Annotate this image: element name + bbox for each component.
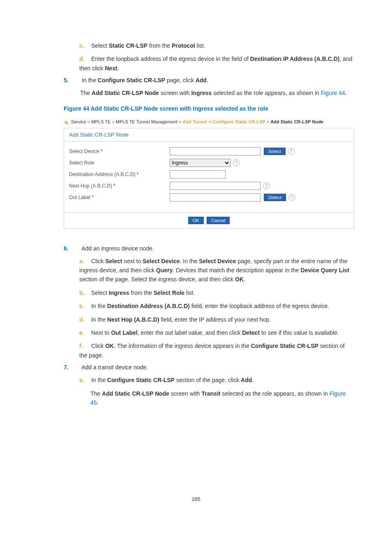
letter-d: d.: [79, 54, 90, 63]
select-button[interactable]: Select: [264, 148, 286, 155]
figure-caption: Figure 44 Add Static CR-LSP Node screen …: [64, 105, 353, 112]
row-out-label: Out Label * Detect ?: [69, 193, 349, 202]
letter-c: c.: [79, 41, 90, 50]
substep-d: d. Enter the loopback address of the egr…: [79, 54, 353, 73]
step-6: 6. Add an ingress device node.: [64, 245, 353, 252]
step-7: 7. Add a transit device node.: [64, 364, 353, 371]
num-6: 6.: [64, 245, 80, 252]
panel-title: Add Static CR-LSP Node: [64, 128, 354, 141]
select-device-input[interactable]: [170, 147, 261, 155]
panel-foot: OK Cancel: [64, 213, 354, 229]
out-label-input[interactable]: [170, 193, 261, 202]
row-dest-addr: Destination Address (A.B.C.D) *: [69, 170, 349, 178]
bc-add-tunnel[interactable]: Add Tunnel: [182, 119, 207, 124]
help-icon[interactable]: ?: [288, 148, 295, 155]
row-select-role: Select Role Ingress ?: [69, 159, 349, 167]
ok-button[interactable]: OK: [188, 217, 204, 224]
step7-a-cont: The Add Static CR-LSP Node screen with T…: [90, 389, 353, 408]
step6-f: f. Click OK. The information of the ingr…: [79, 341, 353, 360]
step6-e: e. Next to Out Label, enter the out labe…: [79, 328, 353, 337]
next-hop-input[interactable]: [170, 182, 261, 190]
step7-a: a. In the Configure Static CR-LSP sectio…: [79, 375, 353, 385]
screenshot-panel: Service > MPLS TE > MPLS TE Tunnel Manag…: [64, 119, 354, 229]
step6-b: b. Select Ingress from the Select Role l…: [79, 288, 353, 297]
num-7: 7.: [64, 364, 80, 371]
page-number: 165: [0, 496, 392, 502]
panel-body: Select Device * Select ? Select Role Ing…: [64, 141, 354, 213]
help-icon[interactable]: ?: [233, 160, 240, 166]
step6-c: c. In the Destination Address (A.B.C.D) …: [79, 301, 353, 311]
step6-d: d. In the Next Hop (A.B.C.D) field, ente…: [79, 315, 353, 324]
help-icon[interactable]: ?: [263, 183, 270, 189]
step-5: 5. In the Configure Static CR-LSP page, …: [64, 77, 353, 83]
figure-44-link[interactable]: Figure 44: [321, 90, 345, 96]
detect-button[interactable]: Detect: [264, 194, 286, 201]
row-next-hop: Next Hop (A.B.C.D) * ?: [69, 182, 349, 190]
step-5-cont: The Add Static CR-LSP Node screen with I…: [80, 88, 353, 97]
num-5: 5.: [64, 77, 80, 83]
bc-configure-static[interactable]: Configure Static CR-LSP: [212, 119, 265, 124]
help-icon[interactable]: ?: [288, 194, 295, 201]
step6-a: a. Click Select next to Select Device. I…: [79, 257, 353, 284]
select-role-dropdown[interactable]: Ingress: [170, 159, 231, 167]
breadcrumb: Service > MPLS TE > MPLS TE Tunnel Manag…: [64, 119, 354, 128]
cancel-button[interactable]: Cancel: [207, 217, 230, 224]
row-select-device: Select Device * Select ?: [69, 147, 349, 155]
wrench-icon: [64, 120, 69, 125]
dest-addr-input[interactable]: [170, 170, 226, 178]
substep-c: c. Select Static CR-LSP from the Protoco…: [79, 41, 353, 50]
